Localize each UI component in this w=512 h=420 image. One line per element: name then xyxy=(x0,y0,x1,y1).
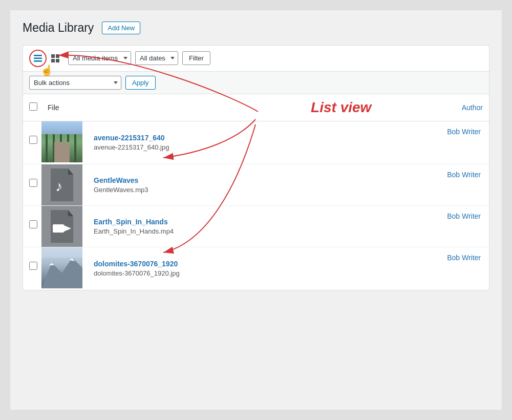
file-title-link[interactable]: GentleWaves xyxy=(94,176,266,184)
file-info-cell: Earth_Spin_In_HandsEarth_Spin_In_Hands.m… xyxy=(88,205,272,247)
author-cell: Bob Writer xyxy=(410,205,489,247)
all-media-select[interactable]: All media items xyxy=(68,51,131,65)
spacer-cell xyxy=(272,205,410,247)
file-title-link[interactable]: avenue-2215317_640 xyxy=(94,134,266,142)
row-checkbox[interactable] xyxy=(29,179,37,187)
apply-button[interactable]: Apply xyxy=(125,76,156,90)
page-title: Media Library xyxy=(23,20,94,36)
bulk-actions-select[interactable]: Bulk actions xyxy=(29,76,121,90)
svg-rect-3 xyxy=(51,54,55,58)
file-subtitle: dolomites-3670076_1920.jpg xyxy=(94,269,180,277)
table-row: Earth_Spin_In_HandsEarth_Spin_In_Hands.m… xyxy=(23,205,489,247)
file-info-cell: dolomites-3670076_1920dolomites-3670076_… xyxy=(88,247,272,290)
row-checkbox[interactable] xyxy=(29,262,37,270)
thumbnail-cell xyxy=(41,121,88,164)
table-row: avenue-2215317_640avenue-2215317_640.jpg… xyxy=(23,121,489,164)
row-checkbox[interactable] xyxy=(29,220,37,228)
thumbnail-cell: ♪ xyxy=(41,164,88,205)
grid-view-icon xyxy=(50,53,60,64)
svg-rect-0 xyxy=(34,55,42,56)
author-cell: Bob Writer xyxy=(410,164,489,205)
all-dates-select[interactable]: All dates xyxy=(135,51,178,65)
file-title-link[interactable]: Earth_Spin_In_Hands xyxy=(94,218,266,226)
author-header: Author xyxy=(410,94,489,121)
author-header-label: Author xyxy=(462,103,483,112)
view-toggle: ☝ xyxy=(29,50,64,67)
svg-rect-4 xyxy=(56,54,59,58)
file-info-cell: GentleWavesGentleWaves.mp3 xyxy=(88,164,272,205)
table-row: dolomites-3670076_1920dolomites-3670076_… xyxy=(23,247,489,290)
list-view-button[interactable] xyxy=(29,50,47,67)
thumbnail-cell xyxy=(41,247,88,290)
page-header: Media Library Add New xyxy=(23,20,489,36)
row-checkbox-cell xyxy=(23,121,42,164)
toolbar: ☝ All media items All dates Filter xyxy=(23,45,489,71)
bulk-actions-bar: Bulk actions Apply xyxy=(23,71,489,94)
file-subtitle: Earth_Spin_In_Hands.mp4 xyxy=(94,227,174,235)
file-subtitle: GentleWaves.mp3 xyxy=(94,186,148,194)
checkbox-header xyxy=(23,94,42,121)
spacer-cell xyxy=(272,164,410,205)
spacer-cell xyxy=(272,121,410,164)
file-header-label: File xyxy=(48,103,59,112)
table-row: ♪GentleWavesGentleWaves.mp3Bob Writer xyxy=(23,164,489,205)
svg-rect-2 xyxy=(34,60,42,62)
author-cell: Bob Writer xyxy=(410,121,489,164)
thumbnail-cell xyxy=(41,205,88,247)
row-checkbox-cell xyxy=(23,205,42,247)
media-table: File List view Author avenue-2215317_640… xyxy=(23,94,489,290)
list-view-annotation: List view xyxy=(272,94,410,121)
add-new-button[interactable]: Add New xyxy=(102,22,140,34)
file-subtitle: avenue-2215317_640.jpg xyxy=(94,143,169,151)
row-checkbox[interactable] xyxy=(29,136,37,144)
media-placeholder xyxy=(41,206,82,247)
media-placeholder: ♪ xyxy=(41,164,82,205)
row-checkbox-cell xyxy=(23,164,42,205)
select-all-checkbox[interactable] xyxy=(29,102,37,111)
media-table-container: File List view Author avenue-2215317_640… xyxy=(23,94,489,290)
svg-text:♪: ♪ xyxy=(55,178,62,194)
svg-rect-5 xyxy=(51,59,55,62)
svg-rect-6 xyxy=(56,59,59,62)
filter-button[interactable]: Filter xyxy=(182,51,210,65)
author-cell: Bob Writer xyxy=(410,247,489,290)
svg-rect-1 xyxy=(34,57,42,59)
spacer-cell xyxy=(272,247,410,290)
file-info-cell: avenue-2215317_640avenue-2215317_640.jpg xyxy=(88,121,272,164)
row-checkbox-cell xyxy=(23,247,42,290)
grid-view-button[interactable] xyxy=(47,50,64,67)
svg-rect-8 xyxy=(53,224,64,233)
file-title-link[interactable]: dolomites-3670076_1920 xyxy=(94,260,266,268)
file-header: File xyxy=(41,94,272,121)
table-header-row: File List view Author xyxy=(23,94,489,121)
list-view-icon xyxy=(33,53,43,64)
